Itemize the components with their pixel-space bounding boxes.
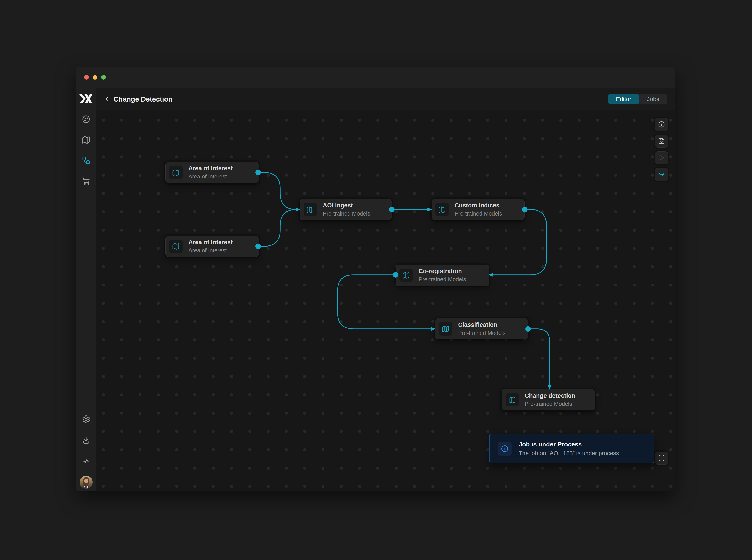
sidebar-item-activity[interactable]	[81, 456, 92, 467]
canvas-node-change-detection[interactable]: Change detection Pre-trained Models	[502, 389, 595, 411]
node-subtitle: Area of Interest	[188, 174, 233, 180]
compass-icon	[82, 115, 90, 124]
map-icon	[82, 135, 90, 145]
toast-text: Job is under Process The job on “AOI_123…	[519, 441, 621, 457]
toast-message: The job on “AOI_123” is under process.	[519, 450, 621, 457]
sidebar	[76, 88, 96, 491]
sidebar-item-downloads[interactable]	[81, 435, 92, 446]
canvas-toolbar	[655, 118, 668, 181]
page-header: Change Detection Editor Jobs	[96, 88, 675, 110]
node-subtitle: Pre-trained Models	[454, 211, 502, 217]
node-subtitle: Pre-trained Models	[419, 277, 466, 283]
node-text: Change detection Pre-trained Models	[525, 392, 575, 407]
view-toggle: Editor Jobs	[608, 94, 667, 104]
canvas-node-aoi-2[interactable]: Area of Interest Area of Interest	[165, 236, 259, 257]
tab-jobs[interactable]: Jobs	[639, 94, 667, 104]
map-icon	[169, 166, 183, 179]
sidebar-item-workflows[interactable]	[81, 155, 92, 166]
canvas-node-co-registration[interactable]: Co-registration Pre-trained Models	[395, 265, 489, 286]
node-text: Area of Interest Area of Interest	[188, 165, 233, 180]
node-title: Custom Indices	[454, 202, 502, 209]
node-text: Custom Indices Pre-trained Models	[454, 202, 502, 217]
info-icon	[658, 121, 665, 128]
node-subtitle: Area of Interest	[188, 247, 233, 254]
sidebar-item-explore[interactable]	[81, 114, 92, 125]
zoom-window-button[interactable]	[101, 75, 106, 80]
run-icon	[658, 154, 665, 162]
cart-icon	[82, 177, 90, 186]
info-icon	[498, 442, 512, 456]
node-title: Area of Interest	[188, 239, 233, 246]
dx-logo	[79, 95, 93, 104]
toast-notification: Job is under Process The job on “AOI_123…	[489, 434, 654, 463]
map-icon	[506, 393, 519, 406]
node-text: Area of Interest Area of Interest	[188, 239, 233, 254]
node-title: Change detection	[525, 392, 575, 399]
node-title: Classification	[458, 321, 506, 328]
map-icon	[169, 240, 183, 253]
canvas-node-classification[interactable]: Classification Pre-trained Models	[435, 318, 528, 340]
map-icon	[439, 322, 452, 336]
map-icon	[304, 203, 317, 216]
toast-title: Job is under Process	[519, 441, 621, 448]
info-button[interactable]	[655, 118, 668, 131]
canvas-node-custom-indices[interactable]: Custom Indices Pre-trained Models	[431, 199, 525, 220]
node-text: Co-registration Pre-trained Models	[419, 268, 466, 283]
map-icon	[435, 203, 449, 216]
tab-editor[interactable]: Editor	[608, 94, 639, 104]
sidebar-item-maps[interactable]	[81, 135, 92, 145]
canvas-node-aoi-ingest[interactable]: AOI Ingest Pre-trained Models	[300, 199, 392, 220]
minimize-window-button[interactable]	[93, 75, 97, 80]
back-button[interactable]	[102, 94, 112, 104]
close-window-button[interactable]	[84, 75, 89, 80]
workflow-canvas[interactable]: Area of Interest Area of Interest Area o…	[96, 111, 675, 491]
page-title: Change Detection	[114, 95, 172, 103]
download-icon	[82, 436, 90, 445]
node-subtitle: Pre-trained Models	[525, 401, 575, 407]
chevron-left-icon	[103, 95, 110, 103]
node-subtitle: Pre-trained Models	[323, 211, 370, 217]
sidebar-item-settings[interactable]	[81, 414, 92, 425]
save-icon	[658, 138, 665, 145]
app-window: Change Detection Editor Jobs Area of Int…	[76, 66, 675, 491]
node-title: Area of Interest	[188, 165, 233, 172]
map-icon	[400, 268, 413, 282]
sidebar-item-marketplace[interactable]	[81, 176, 92, 186]
node-title: AOI Ingest	[323, 202, 370, 209]
fullscreen-icon	[658, 454, 665, 462]
run-button[interactable]	[655, 152, 668, 164]
save-button[interactable]	[655, 135, 668, 148]
window-titlebar	[76, 66, 675, 88]
node-subtitle: Pre-trained Models	[458, 330, 506, 336]
activity-icon	[82, 457, 90, 466]
content-area: Change Detection Editor Jobs Area of Int…	[96, 88, 675, 491]
canvas-node-aoi-1[interactable]: Area of Interest Area of Interest	[165, 162, 259, 183]
workflow-icon	[82, 156, 90, 165]
fullscreen-button[interactable]	[655, 452, 668, 464]
node-text: AOI Ingest Pre-trained Models	[323, 202, 370, 217]
user-avatar[interactable]	[80, 476, 93, 489]
node-title: Co-registration	[419, 268, 466, 275]
settings-icon	[82, 415, 90, 424]
export-button[interactable]	[655, 168, 668, 181]
export-icon	[658, 171, 665, 179]
node-text: Classification Pre-trained Models	[458, 321, 506, 336]
